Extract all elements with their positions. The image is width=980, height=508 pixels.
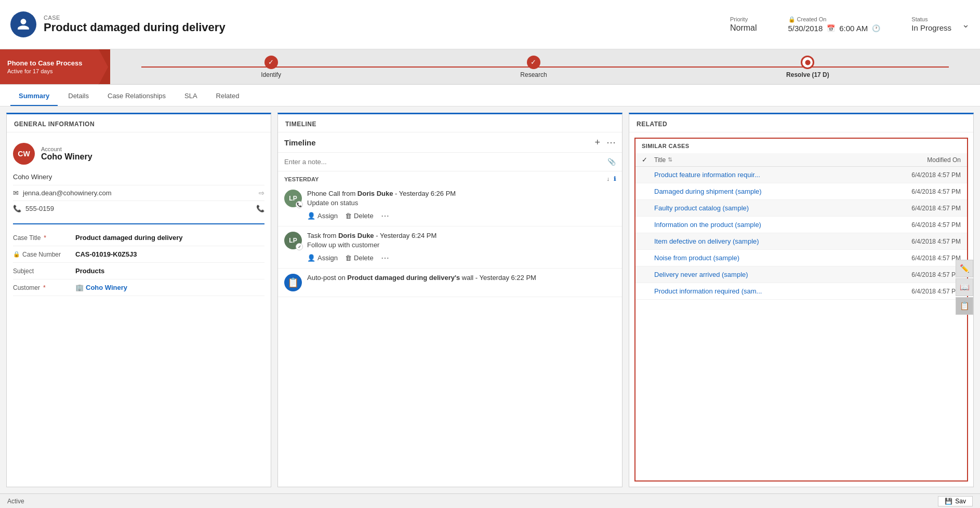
info-icon[interactable]: ℹ — [614, 176, 616, 182]
timeline-content-2: Task from Doris Duke - Yesterday 6:24 PM… — [307, 232, 616, 263]
case-title: Product damaged during delivery — [44, 21, 730, 34]
timeline-badge-1: 📞 — [296, 201, 303, 208]
right-sidebar-icons: ✏️ 📖 📋 — [956, 260, 973, 315]
mod-date: 6/4/2018 4:57 PM — [893, 238, 961, 245]
case-avatar — [10, 11, 36, 37]
required-star: * — [44, 234, 46, 242]
mod-date: 6/4/2018 4:57 PM — [893, 205, 961, 212]
attach-icon[interactable]: 📎 — [607, 158, 616, 166]
customer-row: Customer * 🏢 Coho Winery — [13, 279, 264, 296]
process-tag-title: Phone to Case Process — [7, 59, 94, 67]
case-link[interactable]: Noise from product (sample) — [654, 254, 893, 262]
subject-value[interactable]: Products — [75, 267, 264, 275]
process-step-research[interactable]: ✓ Research — [520, 56, 547, 78]
case-link[interactable]: Product feature information requir... — [654, 171, 893, 179]
process-bar: Phone to Case Process Active for 17 days… — [0, 49, 980, 85]
account-name[interactable]: Coho Winery — [41, 152, 92, 162]
step-label-research: Research — [520, 71, 547, 78]
timeline-panel: TIMELINE Timeline + ⋯ 📎 YESTERDAY ↓ ℹ — [277, 113, 623, 487]
phone-row: 📞 555-0159 📞 — [13, 200, 264, 216]
email-action-icon[interactable]: ⇨ — [259, 189, 264, 197]
sort-desc-icon[interactable]: ↓ — [607, 176, 610, 182]
more-options-2[interactable]: ⋯ — [381, 253, 389, 263]
assign-button-2[interactable]: 👤 Assign — [307, 254, 338, 262]
phone-action-icon[interactable]: 📞 — [256, 205, 264, 212]
mod-date: 6/4/2018 4:57 PM — [893, 171, 961, 179]
case-title-value[interactable]: Product damaged during delivery — [75, 234, 264, 242]
timeline-header-1: Phone Call from Doris Duke - Yesterday 6… — [307, 190, 616, 197]
timeline-note-input[interactable]: 📎 — [278, 153, 622, 171]
timeline-more-button[interactable]: ⋯ — [606, 137, 616, 148]
process-tag-sub: Active for 17 days — [7, 68, 94, 74]
tab-sla[interactable]: SLA — [176, 87, 206, 106]
case-link[interactable]: Damaged during shipment (sample) — [654, 188, 893, 195]
edit-sidebar-icon[interactable]: ✏️ — [956, 260, 973, 277]
case-link[interactable]: Product information required (sam... — [654, 287, 893, 295]
note-input[interactable] — [284, 158, 602, 166]
process-step-resolve[interactable]: ⬤ Resolve (17 D) — [786, 56, 829, 78]
created-date: 5/30/2018 — [788, 24, 823, 33]
timeline-actions: + ⋯ — [594, 137, 616, 148]
mod-date: 6/4/2018 4:57 PM — [893, 288, 961, 295]
save-button[interactable]: 💾 Sav — [938, 496, 973, 506]
clipboard-sidebar-icon[interactable]: 📋 — [956, 297, 973, 315]
similar-case-row: Delivery never arrived (sample) 6/4/2018… — [635, 266, 967, 283]
similar-case-row: Damaged during shipment (sample) 6/4/201… — [635, 183, 967, 200]
delete-button-1[interactable]: 🗑 Delete — [345, 212, 374, 220]
case-link[interactable]: Information on the product (sample) — [654, 221, 893, 229]
timeline-add-button[interactable]: + — [594, 137, 600, 148]
subject-row: Subject Products — [13, 263, 264, 279]
phone-value[interactable]: 555-0159 — [25, 205, 54, 212]
phone-icon: 📞 — [13, 205, 21, 212]
section-yesterday: YESTERDAY ↓ ℹ — [278, 171, 622, 184]
tab-summary[interactable]: Summary — [10, 87, 58, 106]
step-circle-identify: ✓ — [264, 56, 278, 69]
tab-related[interactable]: Related — [208, 87, 248, 106]
case-link[interactable]: Item defective on delivery (sample) — [654, 237, 893, 245]
case-title-label: Case Title * — [13, 234, 75, 242]
timeline-header-2: Task from Doris Duke - Yesterday 6:24 PM — [307, 232, 616, 239]
mod-date: 6/4/2018 4:57 PM — [893, 221, 961, 229]
header-chevron-down-icon[interactable]: ⌄ — [962, 19, 970, 30]
timeline-item-1: LP 📞 Phone Call from Doris Duke - Yester… — [278, 184, 622, 226]
timeline-item-2: LP ✓ Task from Doris Duke - Yesterday 6:… — [278, 226, 622, 269]
tab-details[interactable]: Details — [60, 87, 97, 106]
customer-value[interactable]: 🏢 Coho Winery — [75, 284, 264, 291]
step-circle-resolve: ⬤ — [801, 56, 814, 69]
created-time: 6:00 AM — [839, 24, 868, 33]
case-header: CASE Product damaged during delivery Pri… — [0, 0, 980, 49]
timeline-header: TIMELINE — [278, 114, 622, 132]
priority-value: Normal — [730, 23, 757, 33]
check-col: ✓ — [642, 156, 654, 164]
book-sidebar-icon[interactable]: 📖 — [956, 278, 973, 296]
lock-icon: 🔒 — [788, 16, 796, 22]
similar-case-row: Noise from product (sample) 6/4/2018 4:5… — [635, 250, 967, 266]
save-icon: 💾 — [945, 498, 952, 505]
priority-label: Priority — [730, 16, 748, 22]
sort-icon[interactable]: ⇅ — [668, 156, 672, 163]
timeline-title: Timeline — [284, 138, 316, 147]
title-col[interactable]: Title ⇅ — [654, 156, 893, 164]
more-options-1[interactable]: ⋯ — [381, 211, 389, 221]
similar-case-row: Item defective on delivery (sample) 6/4/… — [635, 233, 967, 250]
case-link[interactable]: Delivery never arrived (sample) — [654, 271, 893, 278]
case-info: CASE Product damaged during delivery — [44, 15, 730, 34]
case-title-row: Case Title * Product damaged during deli… — [13, 230, 264, 246]
calendar-icon[interactable]: 📅 — [827, 24, 835, 32]
email-row: ✉ jenna.dean@cohowinery.com ⇨ — [13, 185, 264, 200]
clock-icon[interactable]: 🕐 — [872, 24, 880, 32]
assign-button-1[interactable]: 👤 Assign — [307, 212, 338, 220]
delete-button-2[interactable]: 🗑 Delete — [345, 254, 374, 262]
account-company: Coho Winery — [13, 171, 264, 185]
similar-cases-list: Product feature information requir... 6/… — [635, 167, 967, 480]
modified-col[interactable]: Modified On — [893, 156, 961, 164]
assign-icon-1: 👤 — [307, 212, 315, 220]
process-step-identify[interactable]: ✓ Identify — [261, 56, 281, 78]
process-tag: Phone to Case Process Active for 17 days — [0, 49, 99, 84]
tab-case-relationships[interactable]: Case Relationships — [99, 87, 174, 106]
case-number-value: CAS-01019-K0Z5J3 — [75, 250, 264, 258]
email-value[interactable]: jenna.dean@cohowinery.com — [23, 189, 112, 197]
similar-case-row: Faulty product catalog (sample) 6/4/2018… — [635, 200, 967, 217]
assign-icon-2: 👤 — [307, 254, 315, 262]
case-link[interactable]: Faulty product catalog (sample) — [654, 204, 893, 212]
